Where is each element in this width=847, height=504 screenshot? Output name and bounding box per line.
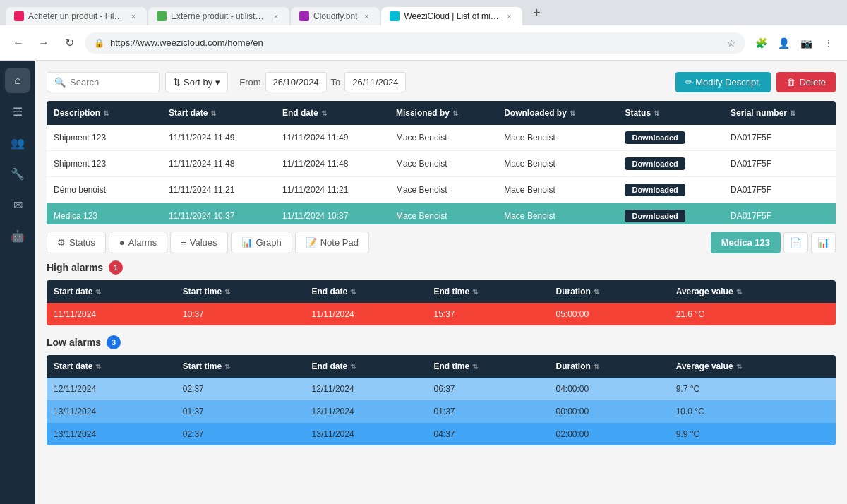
tab-nav-item-status[interactable]: ⚙Status [47, 232, 106, 253]
sidebar-item-android[interactable]: 🤖 [5, 223, 30, 248]
table-row[interactable]: 12/11/202402:3712/11/202406:3704:00:009.… [47, 378, 836, 400]
table-row[interactable]: 11/11/202410:3711/11/202415:3705:00:0021… [47, 303, 836, 325]
low-alarms-badge: 3 [107, 335, 121, 349]
tab-close-button[interactable]: × [361, 11, 371, 21]
cell-end_time: 15:37 [427, 303, 549, 325]
sidebar-item-mail[interactable]: ✉ [5, 192, 30, 217]
low-alarm-col: End time⇅ [427, 355, 549, 378]
high-alarms-label: High alarms [47, 262, 103, 273]
table-row[interactable]: 13/11/202402:3713/11/202404:3702:00:009.… [47, 423, 836, 445]
tab-nav-label: Graph [256, 237, 282, 248]
url-text: https://www.weezicloud.com/home/en [110, 37, 721, 48]
high-alarm-col: Average value⇅ [669, 280, 836, 303]
table-row[interactable]: Shipment 12311/11/2024 11:4811/11/2024 1… [47, 151, 836, 177]
table-row[interactable]: Shipment 12311/11/2024 11:4911/11/2024 1… [47, 125, 836, 151]
from-date-input[interactable]: 26/10/2024 [265, 72, 327, 92]
to-date-input[interactable]: 26/11/2024 [344, 72, 406, 92]
extensions-button[interactable]: 🧩 [751, 33, 771, 53]
low-alarm-col: Duration⇅ [548, 355, 668, 378]
cell-start_time: 01:37 [176, 400, 305, 423]
status-badge: Downloaded [625, 210, 685, 222]
status-badge: Downloaded [625, 157, 685, 170]
cell-start_date: 11/11/2024 11:49 [162, 125, 275, 151]
missions-col-start_date: Start date⇅ [162, 101, 275, 125]
camera-button[interactable]: 📷 [796, 33, 816, 53]
sidebar-item-tools[interactable]: 🔧 [5, 161, 30, 186]
search-input[interactable] [70, 77, 152, 88]
forward-button[interactable]: → [34, 33, 54, 53]
detail-tab-nav: ⚙Status●Alarms≡Values📊Graph📝Note PadMedi… [47, 232, 836, 253]
modify-description-button[interactable]: ✏ Modify Descript. [675, 72, 771, 92]
missions-col-serial_number: Serial number⇅ [723, 101, 836, 125]
sort-chevron-icon: ▾ [215, 77, 220, 88]
cell-missioned_by: Mace Benoist [389, 177, 497, 203]
tab-favicon [14, 11, 24, 21]
profile-button[interactable]: 👤 [774, 33, 793, 53]
sort-icon: ⇅ [103, 109, 109, 117]
sort-button[interactable]: ⇅ Sort by ▾ [165, 72, 228, 92]
low-alarm-col: Start date⇅ [47, 355, 176, 378]
tab-title: Cloudify.bnt [313, 11, 357, 21]
tab-close-button[interactable]: × [504, 11, 514, 21]
status-badge: Downloaded [625, 131, 685, 144]
high-alarms-table: Start date⇅Start time⇅End date⇅End time⇅… [47, 280, 836, 325]
cell-end_date: 11/11/2024 11:21 [275, 177, 389, 203]
table-row[interactable]: 13/11/202401:3713/11/202401:3700:00:0010… [47, 400, 836, 423]
tab-nav-item-notepad[interactable]: 📝Note Pad [295, 232, 369, 253]
cell-status: Downloaded [618, 151, 723, 177]
missions-table: Description⇅Start date⇅End date⇅Missione… [47, 101, 836, 224]
cell-average_value: 9.9 °C [669, 423, 836, 445]
cell-duration: 05:00:00 [548, 303, 668, 325]
missions-col-downloaded_by: Downloaded by⇅ [497, 101, 618, 125]
high-alarms-section: High alarms 1 Start date⇅Start time⇅End … [47, 260, 836, 325]
table-row[interactable]: Démo benoist11/11/2024 11:2111/11/2024 1… [47, 177, 836, 203]
cell-start_date: 11/11/2024 10:37 [162, 203, 275, 225]
graph-icon: 📊 [241, 237, 253, 248]
tab-nav-item-values[interactable]: ≡Values [170, 232, 227, 253]
missions-table-container: Description⇅Start date⇅End date⇅Missione… [47, 101, 836, 224]
export-pdf-button[interactable]: 📄 [783, 232, 808, 253]
cell-end_date: 11/11/2024 [305, 303, 427, 325]
alarms-icon: ● [119, 237, 125, 248]
low-alarms-section: Low alarms 3 Start date⇅Start time⇅End d… [47, 335, 836, 445]
delete-button[interactable]: 🗑 Delete [776, 72, 836, 92]
export-xls-button[interactable]: 📊 [811, 232, 836, 253]
cell-status: Downloaded [618, 203, 723, 225]
table-row[interactable]: Medica 12311/11/2024 10:3711/11/2024 10:… [47, 203, 836, 225]
tab-close-button[interactable]: × [271, 11, 281, 21]
new-tab-button[interactable]: + [527, 3, 546, 23]
high-alarms-badge: 1 [109, 260, 123, 275]
cell-description: Démo benoist [47, 177, 162, 203]
tab-title: Externe produit - utilistation... [171, 11, 267, 21]
tab-nav-label: Note Pad [320, 237, 359, 248]
search-box[interactable]: 🔍 [47, 72, 160, 92]
browser-tab-tab3[interactable]: Cloudify.bnt× [291, 7, 380, 25]
active-mission-button[interactable]: Medica 123 [711, 232, 781, 253]
trash-icon: 🗑 [786, 77, 795, 88]
cell-end_time: 04:37 [427, 423, 549, 445]
tab-close-button[interactable]: × [128, 11, 138, 21]
back-button[interactable]: ← [8, 33, 28, 53]
tab-nav-item-graph[interactable]: 📊Graph [231, 232, 292, 253]
browser-tab-tab1[interactable]: Acheter un produit - Filezmt tec...× [6, 7, 147, 25]
browser-tab-tab2[interactable]: Externe produit - utilistation...× [148, 7, 289, 25]
cell-end_date: 11/11/2024 11:48 [275, 151, 389, 177]
cell-downloaded_by: Mace Benoist [497, 151, 618, 177]
cell-missioned_by: Mace Benoist [389, 151, 497, 177]
address-bar[interactable]: 🔒 https://www.weezicloud.com/home/en ☆ [85, 32, 745, 54]
cell-start_date: 11/11/2024 11:48 [162, 151, 275, 177]
sidebar-item-home[interactable]: ⌂ [5, 68, 30, 93]
low-alarm-col: Start time⇅ [176, 355, 305, 378]
sidebar-item-list[interactable]: ☰ [5, 99, 30, 124]
tab-nav-item-alarms[interactable]: ●Alarms [109, 232, 167, 253]
cell-missioned_by: Mace Benoist [389, 203, 497, 225]
cell-start_time: 02:37 [176, 423, 305, 445]
sort-icon: ⇅ [654, 109, 659, 117]
main-content: 🔍 ⇅ Sort by ▾ From 26/10/2024 To 26/11/2… [35, 61, 847, 504]
browser-tab-tab4[interactable]: WeeziCloud | List of missions× [381, 7, 522, 25]
sidebar-item-users[interactable]: 👥 [5, 130, 30, 155]
missions-col-end_date: End date⇅ [275, 101, 389, 125]
cell-duration: 00:00:00 [548, 400, 668, 423]
menu-button[interactable]: ⋮ [819, 33, 839, 53]
reload-button[interactable]: ↻ [59, 33, 79, 53]
